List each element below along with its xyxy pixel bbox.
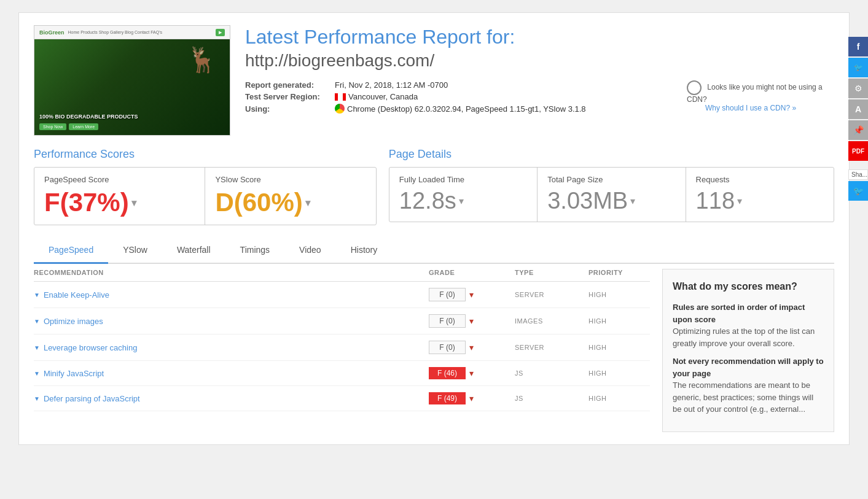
thumb-logo: BioGreen xyxy=(39,29,65,36)
recommendations-table: RECOMMENDATION GRADE TYPE PRIORITY ▼ Ena… xyxy=(34,264,650,432)
rec-grade-2: F (0) ▾ xyxy=(429,314,515,328)
pdf-button[interactable]: PDF xyxy=(848,141,868,161)
tab-timings[interactable]: Timings xyxy=(225,238,285,264)
expand-icon-3[interactable]: ▼ xyxy=(34,344,40,351)
para1-title: Rules are sorted in order of impact upon… xyxy=(673,303,805,324)
tabs-container: PageSpeed YSlow Waterfall Timings Video … xyxy=(34,238,834,264)
tab-waterfall[interactable]: Waterfall xyxy=(162,238,225,264)
thumb-btn-2: Learn More xyxy=(69,123,98,130)
table-row: ▼ Enable Keep-Alive F (0) ▾ SERVER HIGH xyxy=(34,282,650,308)
yslow-label: YSlow Score xyxy=(215,175,366,184)
expand-icon-5[interactable]: ▼ xyxy=(34,395,40,402)
requests-label: Requests xyxy=(696,175,824,184)
total-size-label: Total Page Size xyxy=(547,175,675,184)
facebook-icon: f xyxy=(857,42,860,52)
thumb-btn-1: Shop Now xyxy=(39,123,66,130)
col-recommendation: RECOMMENDATION xyxy=(34,269,429,276)
expand-icon-1[interactable]: ▼ xyxy=(34,292,40,298)
pagespeed-label: PageSpeed Score xyxy=(44,175,195,184)
score-meaning-title: What do my scores mean? xyxy=(673,279,824,294)
expand-icon-4[interactable]: ▼ xyxy=(34,370,40,377)
tab-history[interactable]: History xyxy=(336,238,393,264)
header-section: BioGreen Home Products Shop Gallery Blog… xyxy=(34,25,834,136)
table-row: ▼ Defer parsing of JavaScript F (49) ▾ J… xyxy=(34,386,650,411)
rec-type-5: JS xyxy=(515,395,588,402)
rec-grade-4: F (46) ▾ xyxy=(429,367,515,379)
font-icon: A xyxy=(855,104,861,114)
total-size-arrow[interactable]: ▾ xyxy=(630,195,635,207)
test-server-value: Vancouver, Canada xyxy=(348,92,418,101)
requests-card: Requests 118 ▾ xyxy=(686,168,834,222)
rec-priority-5: HIGH xyxy=(588,395,650,402)
cdn-link[interactable]: Why should I use a CDN? » xyxy=(705,104,796,112)
rec-name-4[interactable]: ▼ Minify JavaScript xyxy=(34,369,429,378)
chrome-icon xyxy=(335,104,345,114)
tab-video[interactable]: Video xyxy=(284,238,336,264)
recommendations-wrapper: RECOMMENDATION GRADE TYPE PRIORITY ▼ Ena… xyxy=(34,264,834,432)
requests-value: 118 ▾ xyxy=(696,188,824,214)
col-priority: PRIORITY xyxy=(588,269,650,276)
expand-icon-2[interactable]: ▼ xyxy=(34,318,40,325)
page-details-title: Page Details xyxy=(389,148,834,161)
table-row: ▼ Leverage browser caching F (0) ▾ SERVE… xyxy=(34,335,650,361)
test-server-label: Test Server Region: xyxy=(245,92,331,101)
grade-arrow-5[interactable]: ▾ xyxy=(469,393,474,403)
tab-pagespeed[interactable]: PageSpeed xyxy=(34,238,108,264)
rec-type-2: IMAGES xyxy=(515,317,588,325)
report-title: Latest Performance Report for: xyxy=(245,25,834,48)
scores-section: Performance Scores PageSpeed Score F(37%… xyxy=(34,148,834,225)
rec-type-4: JS xyxy=(515,369,588,377)
twitter-share-button-2[interactable]: 🐦 xyxy=(848,181,868,201)
col-type: TYPE xyxy=(515,269,588,276)
rec-grade-3: F (0) ▾ xyxy=(429,341,515,354)
rec-name-3[interactable]: ▼ Leverage browser caching xyxy=(34,343,429,352)
fully-loaded-value: 12.8s ▾ xyxy=(399,188,527,214)
main-container: BioGreen Home Products Shop Gallery Blog… xyxy=(18,12,850,445)
requests-arrow[interactable]: ▾ xyxy=(737,195,742,207)
report-url: http://biogreenbags.com/ xyxy=(245,51,834,71)
fully-loaded-label: Fully Loaded Time xyxy=(399,175,527,184)
pin-button[interactable]: 📌 xyxy=(848,120,868,140)
rec-type-1: SERVER xyxy=(515,291,588,298)
share-label: Sha... xyxy=(848,169,868,180)
test-server-row: Test Server Region: Vancouver, Canada xyxy=(245,92,687,101)
gear-icon: ⚙ xyxy=(854,83,862,93)
using-label: Using: xyxy=(245,104,331,114)
rec-name-1[interactable]: ▼ Enable Keep-Alive xyxy=(34,290,429,300)
cdn-notice: Looks like you might not be using a CDN? xyxy=(687,83,823,104)
font-button[interactable]: A xyxy=(848,99,868,119)
total-size-card: Total Page Size 3.03MB ▾ xyxy=(538,168,686,222)
facebook-share-button[interactable]: f xyxy=(848,37,868,56)
rec-name-5[interactable]: ▼ Defer parsing of JavaScript xyxy=(34,394,429,403)
para1-text: Optimizing rules at the top of the list … xyxy=(673,327,815,348)
thumb-text: 100% BIO DEGRADABLE PRODUCTS xyxy=(39,114,225,120)
yslow-dropdown-arrow[interactable]: ▾ xyxy=(305,197,310,209)
side-buttons: f 🐦 ⚙ A 📌 PDF Sha... 🐦 xyxy=(848,37,868,201)
using-row: Using: Chrome (Desktop) 62.0.3202.94, Pa… xyxy=(245,104,687,114)
rec-type-3: SERVER xyxy=(515,344,588,351)
rec-name-2[interactable]: ▼ Optimize images xyxy=(34,317,429,326)
pagespeed-dropdown-arrow[interactable]: ▾ xyxy=(131,197,136,209)
thumb-nav-links: Home Products Shop Gallery Blog Contact … xyxy=(68,30,212,34)
pagespeed-score-card: PageSpeed Score F(37%) ▾ xyxy=(34,168,205,225)
rec-priority-2: HIGH xyxy=(588,317,650,325)
report-generated-value: Fri, Nov 2, 2018, 1:12 AM -0700 xyxy=(335,80,448,90)
grade-arrow-3[interactable]: ▾ xyxy=(469,342,474,352)
para2-title: Not every recommendation will apply to y… xyxy=(673,357,824,378)
page-details: Page Details Fully Loaded Time 12.8s ▾ T… xyxy=(389,148,834,225)
table-row: ▼ Minify JavaScript F (46) ▾ JS HIGH xyxy=(34,361,650,386)
performance-scores-title: Performance Scores xyxy=(34,148,377,161)
grade-arrow-2[interactable]: ▾ xyxy=(469,316,474,326)
rec-priority-1: HIGH xyxy=(588,291,650,298)
grade-arrow-4[interactable]: ▾ xyxy=(469,368,474,378)
col-grade: GRADE xyxy=(429,269,515,276)
settings-button[interactable]: ⚙ xyxy=(848,79,868,98)
grade-arrow-1[interactable]: ▾ xyxy=(469,290,474,300)
thumb-deer-icon: 🦌 xyxy=(187,45,217,74)
details-grid: Fully Loaded Time 12.8s ▾ Total Page Siz… xyxy=(389,167,834,222)
fully-loaded-arrow[interactable]: ▾ xyxy=(459,195,464,207)
twitter-share-button[interactable]: 🐦 xyxy=(848,58,868,77)
twitter-icon-2: 🐦 xyxy=(853,186,864,196)
rec-grade-1: F (0) ▾ xyxy=(429,288,515,301)
tab-yslow[interactable]: YSlow xyxy=(108,238,162,264)
